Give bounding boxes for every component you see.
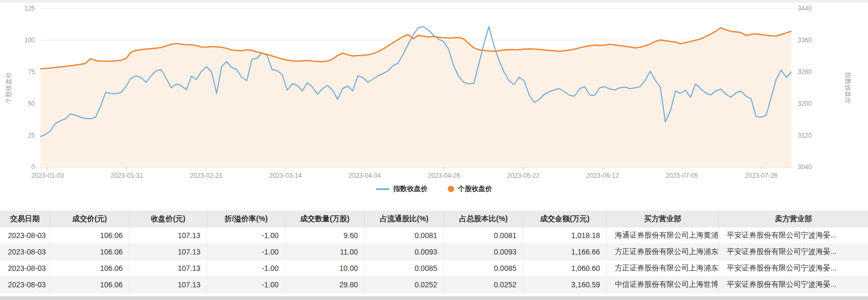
y-left-tick-label: 75	[28, 68, 35, 76]
block-trades-table: 交易日期成交价(元)收盘价(元)折/溢价率(%)成交数量(万股)占流通股比(%)…	[0, 211, 868, 293]
y-left-tick-label: 25	[28, 132, 35, 139]
legend-item-stock-close[interactable]: 个股收盘价	[448, 184, 492, 194]
index-line-swatch-icon	[376, 188, 390, 190]
table-cell: 0.0252	[365, 277, 444, 293]
table-cell: -1.00	[207, 260, 285, 277]
table-cell: 平安证券股份有限公司宁波海晏...	[719, 228, 868, 244]
table-cell: 中信证券股份有限公司上海世博馆...	[607, 277, 719, 293]
price-index-chart[interactable]: 0304025312050320075328010033601253440202…	[0, 0, 868, 180]
table-cell: 107.13	[130, 260, 207, 277]
table-cell: 0.0081	[444, 228, 523, 244]
table-row: 2023-08-03106.06107.13-1.009.600.00810.0…	[0, 228, 868, 244]
x-tick-label: 2023-04-04	[348, 172, 381, 179]
x-tick-label: 2023-02-21	[190, 172, 223, 179]
legend-label: 指数收盘价	[393, 184, 428, 194]
table-cell: 0.0085	[444, 260, 523, 277]
table-cell: 0.0085	[365, 260, 444, 277]
table-row: 2023-08-03106.06107.13-1.0011.000.00930.…	[0, 244, 868, 260]
table-cell: 106.06	[50, 260, 130, 277]
x-tick-label: 2023-06-12	[586, 172, 619, 179]
column-header: 买方营业部	[607, 211, 719, 228]
column-header: 占流通股比(%)	[365, 211, 444, 228]
y-left-tick-label: 0	[31, 163, 35, 171]
table-cell: 2023-08-03	[0, 260, 50, 277]
table-cell: 0.0093	[365, 244, 444, 260]
table-cell: 106.06	[50, 228, 130, 244]
x-tick-label: 2023-01-03	[31, 172, 64, 179]
table-cell: 107.13	[130, 228, 207, 244]
bottom-divider-strip	[0, 296, 868, 300]
column-header: 卖方营业部	[719, 211, 868, 228]
table-cell: 2023-08-03	[0, 244, 50, 260]
table-cell: 0.0081	[365, 228, 444, 244]
table-cell: -1.00	[207, 277, 285, 293]
x-tick-label: 2023-01-31	[110, 172, 143, 179]
table-cell: 106.06	[50, 277, 130, 293]
table-cell: 0.0252	[444, 277, 523, 293]
x-tick-label: 2023-03-14	[269, 172, 302, 179]
chart-legend: 指数收盘价 个股收盘价	[0, 182, 868, 196]
y-left-tick-label: 50	[28, 100, 35, 107]
x-tick-label: 2023-07-26	[745, 172, 778, 179]
table-row: 2023-08-03106.06107.13-1.0029.800.02520.…	[0, 277, 868, 293]
x-tick-label: 2023-04-26	[428, 172, 460, 179]
stock-dot-swatch-icon	[448, 186, 454, 192]
column-header: 收盘价(元)	[130, 211, 207, 228]
y-left-tick-label: 125	[24, 5, 35, 12]
table-cell: -1.00	[207, 244, 285, 260]
table-cell: 3,160.59	[523, 277, 607, 293]
table-cell: 2023-08-03	[0, 228, 50, 244]
y-right-tick-label: 3280	[798, 68, 812, 76]
column-header: 交易日期	[0, 211, 50, 228]
y-left-axis-title: 个股收盘价	[5, 72, 12, 104]
table-cell: 29.80	[285, 277, 365, 293]
y-right-axis-title: 指数收盘价	[844, 71, 852, 104]
table-cell: 平安证券股份有限公司宁波海晏...	[719, 244, 868, 260]
y-right-tick-label: 3200	[798, 100, 812, 107]
y-right-tick-label: 3120	[798, 132, 812, 139]
table-cell: 107.13	[130, 277, 207, 293]
table-cell: 平安证券股份有限公司宁波海晏...	[719, 277, 868, 293]
y-left-tick-label: 100	[24, 37, 35, 44]
column-header: 成交数量(万股)	[285, 211, 365, 228]
table-cell: 1,018.18	[523, 228, 607, 244]
table-cell: 海通证券股份有限公司上海黄浦区...	[607, 228, 719, 244]
table-cell: 0.0093	[444, 244, 523, 260]
table-cell: 107.13	[130, 244, 207, 260]
column-header: 折/溢价率(%)	[207, 211, 285, 228]
table-cell: 11.00	[285, 244, 365, 260]
x-tick-label: 2023-07-05	[666, 172, 698, 179]
table-header-row: 交易日期成交价(元)收盘价(元)折/溢价率(%)成交数量(万股)占流通股比(%)…	[0, 211, 868, 228]
table-row: 2023-08-03106.06107.13-1.0010.000.00850.…	[0, 260, 868, 277]
column-header: 成交金额(万元)	[523, 211, 607, 228]
column-header: 成交价(元)	[50, 211, 130, 228]
table-cell: 9.60	[285, 228, 365, 244]
y-right-tick-label: 3360	[798, 37, 812, 44]
table-cell: 106.06	[50, 244, 130, 260]
table-cell: 方正证券股份有限公司上海浦东新...	[607, 260, 719, 277]
legend-item-index-close[interactable]: 指数收盘价	[376, 184, 428, 194]
table-cell: 1,166.66	[523, 244, 607, 260]
column-header: 占总股本比(%)	[444, 211, 523, 228]
table-cell: 方正证券股份有限公司上海浦东新...	[607, 244, 719, 260]
table-cell: 2023-08-03	[0, 277, 50, 293]
legend-label: 个股收盘价	[458, 184, 492, 194]
table-cell: -1.00	[207, 228, 285, 244]
table-cell: 平安证券股份有限公司宁波海晏...	[719, 260, 868, 277]
x-tick-label: 2023-05-22	[507, 172, 540, 179]
y-right-tick-label: 3440	[798, 5, 812, 12]
table-cell: 10.00	[285, 260, 365, 277]
y-right-tick-label: 3040	[798, 163, 812, 171]
table-cell: 1,060.60	[523, 260, 607, 277]
